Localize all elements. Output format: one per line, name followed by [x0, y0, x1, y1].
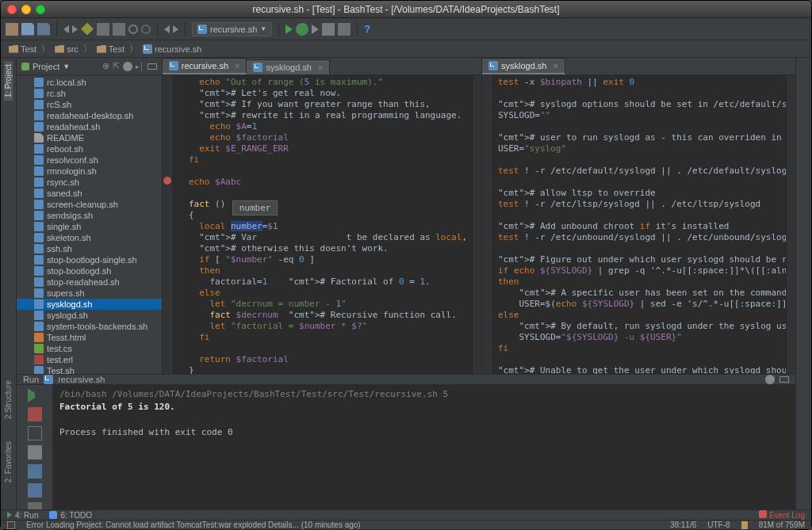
panel-gear-icon[interactable]	[765, 375, 775, 384]
hide-panel-icon[interactable]	[147, 63, 157, 70]
close-tab-icon[interactable]: ×	[553, 61, 557, 71]
tree-item[interactable]: readahead-desktop.sh	[17, 110, 162, 121]
project-tree[interactable]: rc.local.shrc.shrcS.shreadahead-desktop.…	[17, 75, 162, 374]
error-marker-icon[interactable]	[163, 177, 171, 185]
project-tool-tab[interactable]: 1: Project	[4, 61, 13, 101]
forward-icon[interactable]	[173, 25, 178, 33]
open-icon[interactable]	[6, 23, 18, 36]
tree-item[interactable]: stop-bootlogd.sh	[17, 265, 162, 276]
structure-tool-tab[interactable]: 2:Structure	[4, 377, 13, 422]
tree-item[interactable]: rsync.sh	[17, 177, 162, 188]
tab-label: recursive.sh	[182, 61, 228, 71]
tree-item[interactable]: screen-cleanup.sh	[17, 199, 162, 210]
tree-item[interactable]: rc.local.sh	[17, 77, 162, 88]
editor-body[interactable]: test -x $binpath || exit 0 "cmt"># syslo…	[482, 75, 795, 374]
toggle-soft-wrap-icon[interactable]	[28, 464, 42, 479]
cut-icon[interactable]	[81, 23, 94, 36]
copy-icon[interactable]	[97, 23, 109, 36]
breadcrumb-item[interactable]: Test	[94, 44, 128, 54]
help-icon[interactable]: ?	[364, 23, 370, 35]
run-icon[interactable]	[285, 25, 293, 34]
run-coverage-icon[interactable]	[312, 25, 319, 34]
memory-indicator[interactable]: 81M of 759M	[759, 520, 805, 529]
tree-item[interactable]: sendsigs.sh	[17, 210, 162, 221]
scroll-to-end-icon[interactable]	[28, 483, 42, 498]
file-icon	[34, 288, 44, 298]
tree-item[interactable]: stop-bootlogd-single.sh	[17, 254, 162, 265]
caret-position[interactable]: 38:11/6	[670, 520, 696, 529]
stop-icon[interactable]	[322, 23, 335, 36]
editor-tab[interactable]: recursive.sh×	[163, 58, 247, 74]
tree-item[interactable]: Tesst.html	[17, 332, 162, 343]
tree-item[interactable]: skeleton.sh	[17, 232, 162, 243]
editor-gutter[interactable]	[163, 75, 174, 374]
stop-run-icon[interactable]	[28, 407, 42, 421]
editor-body[interactable]: echo "Out of range (5 is maximum)." "cmt…	[163, 75, 481, 374]
tree-item[interactable]: stop-readahead.sh	[17, 276, 162, 288]
file-name: supers.sh	[47, 288, 85, 298]
tree-item[interactable]: readahead.sh	[17, 121, 162, 132]
run-console[interactable]: /bin/bash /Volumes/DATA/IdeaProjects/Bas…	[53, 385, 795, 530]
zoom-window-btn[interactable]	[36, 5, 45, 14]
attach-icon[interactable]	[338, 23, 350, 36]
tree-item[interactable]: test.erl	[17, 354, 162, 365]
status-message[interactable]: Error Loading Project: Cannot load artif…	[26, 520, 361, 529]
breadcrumb-item[interactable]: Test	[6, 44, 40, 54]
redo-icon[interactable]	[72, 25, 78, 33]
todo-tab-button[interactable]: 6: TODO	[49, 511, 92, 520]
tree-item[interactable]: supers.sh	[17, 288, 162, 299]
editor-scrollbar[interactable]	[786, 75, 795, 374]
tree-item[interactable]: rcS.sh	[17, 99, 162, 110]
code-content[interactable]: test -x $binpath || exit 0 "cmt"># syslo…	[493, 75, 786, 374]
rerun-icon[interactable]	[28, 388, 42, 402]
tree-item[interactable]: sysklogd.sh	[17, 299, 162, 310]
scroll-from-src-icon[interactable]: ⊕	[102, 61, 109, 71]
run-config-dropdown[interactable]: recursive.sh ▼	[192, 22, 272, 36]
editor-gutter[interactable]	[482, 75, 493, 374]
code-completion-popup[interactable]: number	[232, 200, 278, 215]
close-tab-icon[interactable]: ×	[235, 61, 239, 71]
tree-item[interactable]: README	[17, 132, 162, 143]
minimize-window-btn[interactable]	[21, 5, 31, 14]
code-content[interactable]: echo "Out of range (5 is maximum)." "cmt…	[174, 75, 472, 374]
file-icon	[34, 366, 44, 374]
tree-item[interactable]: rmnologin.sh	[17, 166, 162, 177]
file-encoding[interactable]: UTF-8	[707, 520, 730, 529]
favorites-tool-tab[interactable]: 2: Favorites	[4, 438, 13, 486]
close-window-btn[interactable]	[7, 5, 17, 14]
tree-item[interactable]: ssh.sh	[17, 243, 162, 254]
tree-item[interactable]: single.sh	[17, 221, 162, 232]
tree-item[interactable]: test.cs	[17, 343, 162, 354]
tree-item[interactable]: rc.sh	[17, 88, 162, 99]
back-icon[interactable]	[164, 25, 170, 33]
editor-scrollbar[interactable]	[472, 75, 481, 374]
hide-panel-icon[interactable]	[779, 376, 789, 383]
status-indicator-icon[interactable]	[7, 521, 15, 529]
editor-tab[interactable]: sysklogd.sh×	[247, 59, 330, 74]
paste-icon[interactable]	[113, 23, 125, 36]
undo-icon[interactable]	[63, 25, 69, 33]
pause-icon[interactable]	[28, 426, 42, 440]
close-tab-icon[interactable]: ×	[318, 63, 323, 72]
save-icon[interactable]	[21, 23, 34, 36]
dump-icon[interactable]	[28, 445, 42, 459]
event-log-button[interactable]: Event Log	[759, 510, 805, 520]
tree-item[interactable]: system-tools-backends.sh	[17, 321, 162, 332]
run-tab-button[interactable]: 4: Run	[7, 511, 38, 520]
lock-icon[interactable]	[741, 521, 748, 529]
breadcrumb-item[interactable]: recursive.sh	[140, 44, 205, 54]
breadcrumb-item[interactable]: src	[52, 44, 82, 54]
tree-item[interactable]: reboot.sh	[17, 143, 162, 154]
save-all-icon[interactable]	[37, 23, 50, 36]
tree-item[interactable]: Test.sh	[17, 365, 162, 374]
tree-item[interactable]: syslogd.sh	[17, 310, 162, 321]
file-icon	[34, 177, 44, 187]
collapse-all-icon[interactable]: ⇱	[113, 61, 120, 71]
panel-gear-icon[interactable]	[123, 62, 132, 71]
debug-icon[interactable]	[296, 23, 308, 36]
editor-tab[interactable]: sysklogd.sh×	[482, 58, 565, 74]
find-icon[interactable]	[128, 25, 138, 34]
tree-item[interactable]: saned.sh	[17, 188, 162, 199]
replace-icon[interactable]	[141, 25, 151, 34]
tree-item[interactable]: resolvconf.sh	[17, 154, 162, 166]
